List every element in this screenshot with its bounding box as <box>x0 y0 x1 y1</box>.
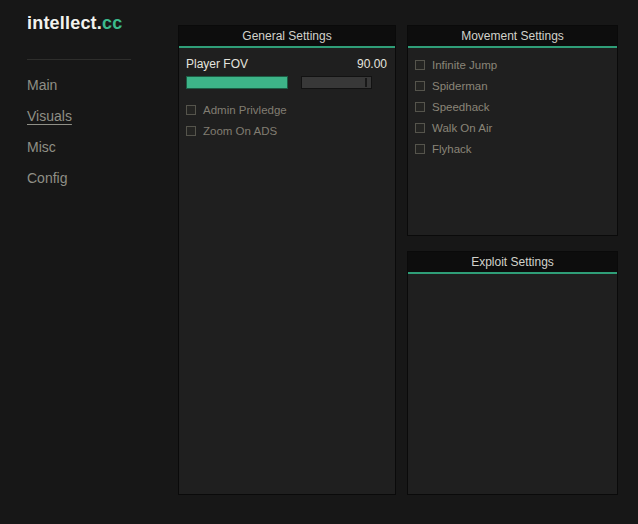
player-fov-row: Player FOV 90.00 <box>186 57 387 71</box>
checkbox-label: Walk On Air <box>432 122 492 134</box>
checkbox-admin-privledge[interactable]: Admin Privledge <box>186 99 388 120</box>
logo: intellect.cc <box>27 13 122 34</box>
checkbox-icon <box>415 60 425 70</box>
movement-settings-panel: Movement Settings Infinite Jump Spiderma… <box>407 25 618 236</box>
checkbox-label: Speedhack <box>432 101 490 113</box>
checkbox-icon <box>415 144 425 154</box>
checkbox-icon <box>186 105 196 115</box>
movement-settings-title: Movement Settings <box>461 29 564 43</box>
player-fov-value: 90.00 <box>357 57 387 71</box>
checkbox-icon <box>415 123 425 133</box>
general-settings-title: General Settings <box>242 29 331 43</box>
player-fov-slider[interactable] <box>186 76 288 89</box>
checkbox-label: Spiderman <box>432 80 488 92</box>
checkbox-icon <box>186 126 196 136</box>
movement-settings-body: Infinite Jump Spiderman Speedhack Walk O… <box>408 48 617 159</box>
checkbox-icon <box>415 102 425 112</box>
checkbox-label: Admin Privledge <box>203 104 287 116</box>
checkbox-flyhack[interactable]: Flyhack <box>415 138 610 159</box>
checkbox-zoom-on-ads[interactable]: Zoom On ADS <box>186 120 388 141</box>
player-fov-input[interactable] <box>301 76 372 89</box>
checkbox-icon <box>415 81 425 91</box>
logo-tld: cc <box>102 13 122 33</box>
movement-settings-header: Movement Settings <box>408 26 617 46</box>
logo-brand: intellect. <box>27 13 102 33</box>
general-settings-panel: General Settings Player FOV 90.00 Admin … <box>178 25 396 495</box>
checkbox-label: Zoom On ADS <box>203 125 277 137</box>
checkbox-infinite-jump[interactable]: Infinite Jump <box>415 54 610 75</box>
sidebar-item-main[interactable]: Main <box>27 74 147 105</box>
checkbox-walk-on-air[interactable]: Walk On Air <box>415 117 610 138</box>
text-caret <box>365 78 367 87</box>
exploit-settings-title: Exploit Settings <box>471 255 554 269</box>
sidebar: Main Visuals Misc Config <box>27 74 147 198</box>
general-settings-header: General Settings <box>179 26 395 46</box>
sidebar-item-visuals[interactable]: Visuals <box>27 105 147 136</box>
sidebar-item-config[interactable]: Config <box>27 167 147 198</box>
checkbox-label: Infinite Jump <box>432 59 497 71</box>
exploit-settings-header: Exploit Settings <box>408 252 617 272</box>
checkbox-spiderman[interactable]: Spiderman <box>415 75 610 96</box>
exploit-settings-body <box>408 274 617 281</box>
checkbox-speedhack[interactable]: Speedhack <box>415 96 610 117</box>
general-settings-body: Player FOV 90.00 Admin Privledge Zoom On… <box>179 48 395 141</box>
player-fov-label: Player FOV <box>186 57 248 71</box>
sidebar-item-misc[interactable]: Misc <box>27 136 147 167</box>
checkbox-label: Flyhack <box>432 143 472 155</box>
exploit-settings-panel: Exploit Settings <box>407 251 618 495</box>
player-fov-slider-row <box>186 76 388 89</box>
cheat-window: intellect.cc Main Visuals Misc Config Ge… <box>0 0 638 524</box>
logo-divider <box>27 59 131 60</box>
